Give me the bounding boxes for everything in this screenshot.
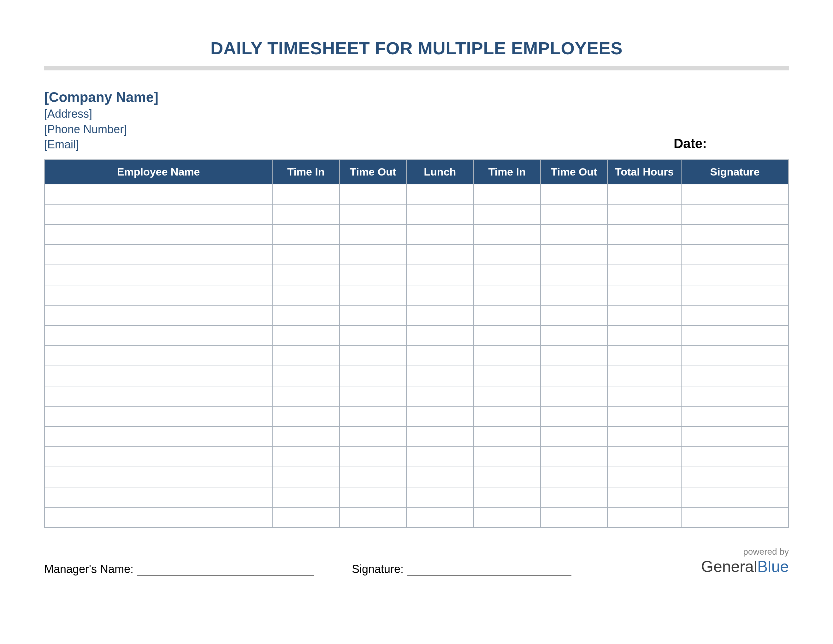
- company-name[interactable]: [Company Name]: [44, 89, 158, 105]
- table-cell[interactable]: [407, 507, 473, 528]
- table-cell[interactable]: [474, 406, 540, 427]
- table-cell[interactable]: [607, 427, 681, 447]
- table-cell[interactable]: [681, 427, 788, 447]
- table-cell[interactable]: [339, 265, 407, 285]
- table-cell[interactable]: [407, 467, 473, 487]
- table-cell[interactable]: [272, 346, 339, 366]
- table-cell[interactable]: [540, 346, 607, 366]
- table-cell[interactable]: [681, 204, 788, 224]
- table-cell[interactable]: [607, 386, 681, 406]
- table-cell[interactable]: [681, 386, 788, 406]
- table-cell[interactable]: [45, 386, 272, 406]
- table-cell[interactable]: [45, 346, 272, 366]
- table-cell[interactable]: [607, 406, 681, 427]
- table-cell[interactable]: [407, 184, 473, 204]
- table-cell[interactable]: [339, 204, 407, 224]
- table-cell[interactable]: [540, 366, 607, 386]
- table-cell[interactable]: [339, 427, 407, 447]
- table-cell[interactable]: [474, 224, 540, 245]
- table-cell[interactable]: [45, 204, 272, 224]
- table-cell[interactable]: [607, 346, 681, 366]
- company-email[interactable]: [Email]: [44, 137, 158, 153]
- table-cell[interactable]: [607, 224, 681, 245]
- table-cell[interactable]: [339, 305, 407, 325]
- table-cell[interactable]: [407, 427, 473, 447]
- table-cell[interactable]: [681, 224, 788, 245]
- table-cell[interactable]: [540, 406, 607, 427]
- table-cell[interactable]: [540, 325, 607, 346]
- table-cell[interactable]: [339, 467, 407, 487]
- table-cell[interactable]: [607, 487, 681, 507]
- table-cell[interactable]: [272, 184, 339, 204]
- table-cell[interactable]: [45, 366, 272, 386]
- table-cell[interactable]: [339, 447, 407, 467]
- table-cell[interactable]: [407, 285, 473, 305]
- table-cell[interactable]: [272, 245, 339, 265]
- table-cell[interactable]: [607, 447, 681, 467]
- table-cell[interactable]: [474, 245, 540, 265]
- table-cell[interactable]: [272, 265, 339, 285]
- table-cell[interactable]: [339, 325, 407, 346]
- table-cell[interactable]: [540, 245, 607, 265]
- table-cell[interactable]: [474, 487, 540, 507]
- table-cell[interactable]: [474, 184, 540, 204]
- table-cell[interactable]: [681, 305, 788, 325]
- table-cell[interactable]: [607, 467, 681, 487]
- table-cell[interactable]: [45, 467, 272, 487]
- table-cell[interactable]: [339, 285, 407, 305]
- table-cell[interactable]: [339, 366, 407, 386]
- table-cell[interactable]: [45, 224, 272, 245]
- table-cell[interactable]: [540, 305, 607, 325]
- table-cell[interactable]: [540, 184, 607, 204]
- table-cell[interactable]: [540, 467, 607, 487]
- table-cell[interactable]: [474, 366, 540, 386]
- table-cell[interactable]: [407, 325, 473, 346]
- table-cell[interactable]: [45, 507, 272, 528]
- table-cell[interactable]: [474, 386, 540, 406]
- table-cell[interactable]: [272, 366, 339, 386]
- table-cell[interactable]: [407, 406, 473, 427]
- table-cell[interactable]: [540, 386, 607, 406]
- table-cell[interactable]: [607, 204, 681, 224]
- table-cell[interactable]: [540, 285, 607, 305]
- table-cell[interactable]: [272, 467, 339, 487]
- signature-line[interactable]: [407, 564, 571, 576]
- table-cell[interactable]: [681, 265, 788, 285]
- table-cell[interactable]: [407, 487, 473, 507]
- table-cell[interactable]: [607, 184, 681, 204]
- table-cell[interactable]: [474, 285, 540, 305]
- table-cell[interactable]: [681, 507, 788, 528]
- table-cell[interactable]: [607, 366, 681, 386]
- table-cell[interactable]: [681, 366, 788, 386]
- table-cell[interactable]: [407, 447, 473, 467]
- table-cell[interactable]: [607, 265, 681, 285]
- table-cell[interactable]: [407, 386, 473, 406]
- table-cell[interactable]: [407, 204, 473, 224]
- table-cell[interactable]: [681, 447, 788, 467]
- table-cell[interactable]: [407, 224, 473, 245]
- table-cell[interactable]: [540, 507, 607, 528]
- table-cell[interactable]: [474, 346, 540, 366]
- table-cell[interactable]: [474, 467, 540, 487]
- table-cell[interactable]: [681, 184, 788, 204]
- table-cell[interactable]: [45, 305, 272, 325]
- table-cell[interactable]: [540, 224, 607, 245]
- table-cell[interactable]: [272, 305, 339, 325]
- table-cell[interactable]: [272, 204, 339, 224]
- table-cell[interactable]: [474, 447, 540, 467]
- table-cell[interactable]: [474, 204, 540, 224]
- table-cell[interactable]: [272, 427, 339, 447]
- table-cell[interactable]: [272, 285, 339, 305]
- table-cell[interactable]: [407, 245, 473, 265]
- table-cell[interactable]: [407, 346, 473, 366]
- table-cell[interactable]: [272, 325, 339, 346]
- table-cell[interactable]: [681, 346, 788, 366]
- table-cell[interactable]: [407, 265, 473, 285]
- table-cell[interactable]: [474, 507, 540, 528]
- table-cell[interactable]: [681, 467, 788, 487]
- company-address[interactable]: [Address]: [44, 106, 158, 122]
- table-cell[interactable]: [45, 325, 272, 346]
- table-cell[interactable]: [272, 224, 339, 245]
- table-cell[interactable]: [339, 346, 407, 366]
- table-cell[interactable]: [45, 447, 272, 467]
